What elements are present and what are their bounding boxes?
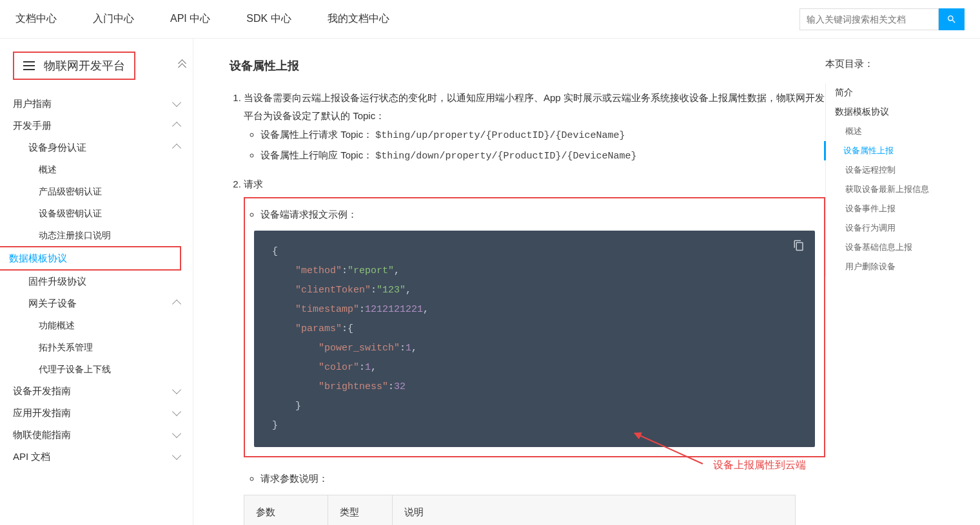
toc-item-data-template[interactable]: 数据模板协议 bbox=[826, 102, 967, 122]
search-button[interactable] bbox=[939, 8, 965, 30]
chevron-up-icon bbox=[172, 122, 181, 131]
param-table: 参数 类型 说明 bbox=[244, 495, 796, 525]
top-nav: 文档中心 入门中心 API 中心 SDK 中心 我的文档中心 bbox=[0, 0, 980, 39]
sidebar-item-topology-mgmt[interactable]: 拓扑关系管理 bbox=[0, 336, 193, 358]
list-item: 当设备需要向云端上报设备运行状态的变化时，以通知应用端小程序、App 实时展示或… bbox=[244, 89, 825, 166]
nav-getting-started[interactable]: 入门中心 bbox=[93, 12, 134, 26]
product-selector[interactable]: 物联网开发平台 bbox=[13, 52, 135, 80]
nav-api-center[interactable]: API 中心 bbox=[170, 12, 210, 26]
copy-icon bbox=[793, 240, 805, 251]
chevron-down-icon bbox=[172, 451, 181, 460]
svg-line-0 bbox=[638, 435, 703, 464]
toc-item-event-report[interactable]: 设备事件上报 bbox=[826, 199, 967, 218]
toc-item-overview[interactable]: 概述 bbox=[826, 122, 967, 141]
toc-item-basic-info[interactable]: 设备基础信息上报 bbox=[826, 238, 967, 257]
table-header: 说明 bbox=[393, 495, 796, 526]
chevron-double-up-icon bbox=[179, 61, 185, 70]
chevron-down-icon bbox=[172, 429, 181, 438]
sidebar-item-proxy-subdevice[interactable]: 代理子设备上下线 bbox=[0, 358, 193, 380]
copy-button[interactable] bbox=[793, 240, 805, 251]
list-item: 请求 设备端请求报文示例： { "method":"report", "clie… bbox=[244, 175, 825, 525]
main-content: 设备属性上报 当设备需要向云端上报设备运行状态的变化时，以通知应用端小程序、Ap… bbox=[193, 39, 825, 525]
toc-item-latest-report[interactable]: 获取设备最新上报信息 bbox=[826, 180, 967, 199]
code-block: { "method":"report", "clientToken":"123"… bbox=[254, 231, 815, 447]
sidebar-item-user-guide[interactable]: 用户指南 bbox=[0, 93, 193, 115]
chevron-down-icon bbox=[172, 407, 181, 416]
chevron-up-icon bbox=[172, 300, 181, 309]
sidebar-item-app-dev-guide[interactable]: 应用开发指南 bbox=[0, 402, 193, 424]
product-title: 物联网开发平台 bbox=[44, 58, 125, 73]
product-header: 物联网开发平台 bbox=[0, 52, 193, 93]
toc-item-user-delete[interactable]: 用户删除设备 bbox=[826, 257, 967, 276]
nav-my-docs[interactable]: 我的文档中心 bbox=[328, 12, 389, 26]
sidebar: 物联网开发平台 用户指南 开发手册 设备身份认证 概述 产品级密钥认证 设备级密… bbox=[0, 39, 193, 525]
collapse-sidebar-button[interactable] bbox=[179, 62, 185, 70]
table-header: 参数 bbox=[244, 495, 328, 526]
sidebar-item-firmware-upgrade[interactable]: 固件升级协议 bbox=[0, 271, 193, 292]
table-of-contents: 本页目录： 简介 数据模板协议 概述 设备属性上报 设备远程控制 获取设备最新上… bbox=[825, 39, 980, 525]
sidebar-item-api-docs[interactable]: API 文档 bbox=[0, 446, 193, 468]
nav-sdk-center[interactable]: SDK 中心 bbox=[246, 12, 291, 26]
annotation-text: 设备上报属性到云端 bbox=[713, 459, 806, 472]
sidebar-item-device-dev-guide[interactable]: 设备开发指南 bbox=[0, 380, 193, 402]
search-input[interactable] bbox=[799, 8, 939, 30]
hamburger-icon bbox=[23, 61, 35, 70]
toc-item-remote-control[interactable]: 设备远程控制 bbox=[826, 160, 967, 180]
sidebar-item-device-key-auth[interactable]: 设备级密钥认证 bbox=[0, 202, 193, 224]
chevron-up-icon bbox=[172, 144, 181, 153]
sidebar-item-gateway-subdevice[interactable]: 网关子设备 bbox=[0, 292, 193, 314]
sidebar-item-iot-enable-guide[interactable]: 物联使能指南 bbox=[0, 424, 193, 446]
sidebar-tree: 用户指南 开发手册 设备身份认证 概述 产品级密钥认证 设备级密钥认证 动态注册… bbox=[0, 93, 193, 468]
search-icon bbox=[946, 14, 957, 24]
topic-response: 设备属性上行响应 Topic： $thing/down/property/{Pr… bbox=[260, 146, 825, 166]
search-wrap bbox=[799, 8, 965, 30]
sidebar-item-dev-manual[interactable]: 开发手册 bbox=[0, 115, 193, 137]
table-header: 类型 bbox=[328, 495, 393, 526]
toc-item-property-report[interactable]: 设备属性上报 bbox=[824, 141, 967, 160]
toc-item-intro[interactable]: 简介 bbox=[826, 83, 967, 102]
topic-request: 设备属性上行请求 Topic： $thing/up/property/{Prod… bbox=[260, 125, 825, 146]
chevron-down-icon bbox=[172, 385, 181, 394]
nav-doc-center[interactable]: 文档中心 bbox=[15, 12, 57, 26]
sidebar-item-product-key-auth[interactable]: 产品级密钥认证 bbox=[0, 180, 193, 202]
sidebar-item-function-overview[interactable]: 功能概述 bbox=[0, 314, 193, 336]
intro-text: 当设备需要向云端上报设备运行状态的变化时，以通知应用端小程序、App 实时展示或… bbox=[244, 92, 825, 121]
code-caption: 设备端请求报文示例： bbox=[260, 205, 815, 224]
highlighted-frame: 设备端请求报文示例： { "method":"report", "clientT… bbox=[244, 197, 825, 457]
annotation-arrow-icon bbox=[632, 432, 709, 470]
sidebar-item-overview[interactable]: 概述 bbox=[0, 158, 193, 180]
toc-item-action-call[interactable]: 设备行为调用 bbox=[826, 218, 967, 238]
sidebar-item-data-template[interactable]: 数据模板协议 bbox=[0, 246, 181, 271]
chevron-down-icon bbox=[172, 98, 181, 107]
sidebar-item-dynamic-register[interactable]: 动态注册接口说明 bbox=[0, 224, 193, 246]
sidebar-item-device-auth[interactable]: 设备身份认证 bbox=[0, 137, 193, 158]
section-heading: 设备属性上报 bbox=[230, 58, 825, 73]
toc-title: 本页目录： bbox=[825, 58, 967, 70]
